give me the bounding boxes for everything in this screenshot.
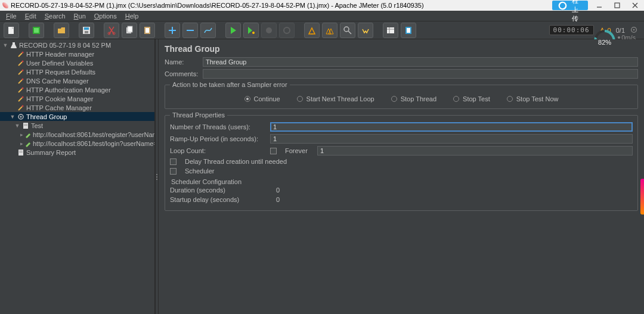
search-button[interactable]: [340, 23, 355, 38]
window-maximize-button[interactable]: [611, 1, 624, 10]
upload-pill[interactable]: 远程上传: [552, 1, 588, 10]
tree-row[interactable]: ▼Thread Group: [0, 112, 154, 121]
test-plan-tree[interactable]: ▼RECORD 05-27-19 8 04 52 PMHTTP Header m…: [0, 39, 155, 314]
loop-count-label: Loop Count:: [170, 147, 265, 154]
svg-point-24: [22, 51, 24, 53]
comments-input[interactable]: [203, 69, 638, 79]
tree-row[interactable]: Summary Report: [0, 148, 154, 157]
svg-rect-3: [34, 28, 39, 33]
window-close-button[interactable]: [628, 1, 642, 10]
editor-title: Thread Group: [165, 44, 638, 54]
radio-dot: [391, 96, 397, 102]
svg-rect-12: [145, 28, 149, 33]
name-input[interactable]: [203, 57, 638, 67]
startup-delay-label: Startup delay (seconds): [170, 196, 265, 203]
radio-label: Stop Test Now: [516, 95, 559, 102]
tree-row[interactable]: HTTP Request Defaults: [0, 67, 154, 76]
svg-point-32: [20, 116, 22, 117]
sampler-error-radio[interactable]: Start Next Thread Loop: [297, 95, 374, 102]
tree-row[interactable]: DNS Cache Manager: [0, 76, 154, 85]
thread-group-editor: Thread Group Name: Comments: Action to b…: [159, 39, 644, 314]
tree-row[interactable]: HTTP Cookie Manager: [0, 94, 154, 103]
svg-rect-17: [387, 27, 394, 33]
tree-twisty[interactable]: ▼: [2, 42, 8, 48]
save-button[interactable]: [79, 23, 94, 38]
radio-label: Stop Test: [463, 95, 490, 102]
menu-options[interactable]: Options: [91, 13, 120, 20]
tree-row[interactable]: HTTP Header manager: [0, 49, 154, 58]
elapsed-time: 00:00:06: [549, 25, 594, 35]
tree-twisty[interactable]: ▸: [20, 141, 23, 147]
comments-label: Comments:: [165, 70, 198, 77]
copy-button[interactable]: [122, 23, 137, 38]
tree-row[interactable]: User Defined Variables: [0, 58, 154, 67]
sampler-error-radio[interactable]: Continue: [244, 95, 280, 102]
tree-twisty[interactable]: ▼: [10, 114, 16, 120]
menu-run[interactable]: Run: [70, 13, 89, 20]
right-edge-marker: [640, 179, 644, 214]
threads-input[interactable]: [270, 122, 633, 132]
sampler-error-radio[interactable]: Stop Test Now: [507, 95, 559, 102]
help-button[interactable]: [401, 23, 416, 38]
radio-label: Continue: [254, 95, 280, 102]
clear-all-button[interactable]: [322, 23, 338, 38]
tree-row[interactable]: HTTP Cache Manager: [0, 103, 154, 112]
cut-button[interactable]: [104, 23, 119, 38]
menu-file[interactable]: File: [2, 13, 20, 20]
rampup-input[interactable]: [270, 134, 633, 144]
tree-label: http://localhost:8061/test/login?userNam…: [33, 140, 155, 147]
window-title: RECORD-05-27-19-8-04-52-PM (1).jmx (C:\U…: [11, 2, 424, 9]
tree-row[interactable]: ▸http://localhost:8061/test/register?use…: [0, 130, 154, 139]
paste-button[interactable]: [140, 23, 155, 38]
svg-point-29: [22, 96, 24, 98]
svg-rect-34: [24, 124, 27, 125]
svg-point-30: [22, 105, 24, 107]
tree-twisty[interactable]: ▼: [14, 123, 20, 129]
new-button[interactable]: [4, 23, 19, 38]
delay-thread-checkbox[interactable]: [170, 158, 177, 165]
collapse-button[interactable]: [182, 23, 198, 38]
toggle-button[interactable]: [200, 23, 216, 38]
thread-properties-legend: Thread Properties: [170, 111, 227, 119]
svg-rect-37: [19, 151, 23, 151]
shutdown-button[interactable]: [279, 23, 295, 38]
radio-dot: [453, 96, 459, 102]
wand-icon: [17, 77, 25, 85]
svg-rect-0: [615, 3, 620, 8]
jmeter-app-icon: [2, 2, 8, 8]
tree-label: HTTP Cache Manager: [26, 104, 92, 111]
sampler-error-radio[interactable]: Stop Thread: [391, 95, 436, 102]
menu-search[interactable]: Search: [41, 13, 69, 20]
sampler-error-radio[interactable]: Stop Test: [453, 95, 490, 102]
menu-help[interactable]: Help: [122, 13, 143, 20]
pencil-icon: [24, 140, 32, 147]
tree-row[interactable]: ▼RECORD 05-27-19 8 04 52 PM: [0, 41, 154, 49]
loop-count-input[interactable]: [317, 146, 633, 156]
open-button[interactable]: [54, 23, 69, 38]
wand-icon: [17, 60, 25, 67]
function-helper-button[interactable]: [383, 23, 398, 38]
reset-search-button[interactable]: [358, 23, 373, 38]
stop-button[interactable]: [261, 23, 277, 38]
threads-label: Number of Threads (users):: [170, 123, 265, 130]
templates-button[interactable]: [29, 23, 44, 38]
clear-button[interactable]: [304, 23, 320, 38]
tree-row[interactable]: ▸http://localhost:8061/test/login?userNa…: [0, 139, 154, 148]
start-no-pause-button[interactable]: [243, 23, 259, 38]
scheduler-config-header: Scheduler Configuration: [171, 178, 633, 185]
menu-edit[interactable]: Edit: [21, 13, 40, 20]
radio-label: Stop Thread: [401, 95, 436, 102]
start-button[interactable]: [225, 23, 241, 38]
scheduler-checkbox[interactable]: [170, 168, 177, 175]
svg-point-28: [22, 87, 24, 89]
tree-twisty[interactable]: ▸: [20, 132, 23, 138]
toolbar: 00:00:06 0 0/1: [0, 21, 644, 39]
tree-row[interactable]: ▼Test: [0, 121, 154, 130]
forever-checkbox[interactable]: [270, 148, 277, 154]
tree-label: HTTP Header manager: [26, 51, 94, 58]
expand-button[interactable]: [165, 23, 180, 38]
tree-row[interactable]: HTTP Authorization Manager: [0, 85, 154, 94]
window-minimize-button[interactable]: [593, 1, 606, 10]
wand-icon: [17, 86, 25, 94]
page-icon: [17, 149, 25, 156]
